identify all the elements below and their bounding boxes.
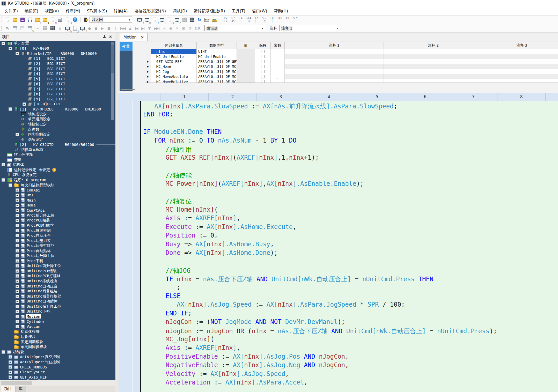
tree-item[interactable]: +UnitCmd自动压合 [0,284,115,289]
record-icon[interactable]: ● [86,25,92,32]
tree-item[interactable]: [8] BG1_EICT [0,91,115,97]
expand-array-icon[interactable]: ▶ [145,64,151,69]
comment-cell[interactable] [384,79,483,83]
tree-collapse-icon[interactable]: − [9,47,12,50]
tree-item[interactable]: +UnitCmd自动贴标 [0,299,115,304]
tree-item[interactable]: +Proc前升降工位 [0,213,115,218]
tree-item[interactable]: +UnitCmd前升降工位 [0,263,115,269]
constant-checkbox[interactable] [276,70,279,73]
scrollbar-thumb[interactable] [1,381,32,385]
menu-调试D[interactable]: 调试(D) [169,7,190,16]
simulator-icon[interactable] [181,16,188,23]
monitor-login-icon[interactable]: → [151,16,158,23]
tree-item[interactable]: +ActAirOper:真空控制 [0,354,115,360]
step-forward-icon[interactable]: ▶| [140,25,146,32]
tree-expand-icon[interactable]: + [16,310,19,313]
tree-item[interactable]: 软元件注释 [0,152,115,157]
tree-item[interactable]: +UnitCmd下料 [0,309,115,314]
tree-item[interactable]: [7] BG1_EICT [0,86,115,92]
variable-name-cell[interactable]: MC_MoveRelative [151,79,197,83]
tree-item[interactable]: −每次扫描执行型模块 [0,182,115,188]
jump-icon[interactable]: > [161,25,167,32]
tree-item[interactable]: +[10-0]DL-EP1 [0,102,115,107]
value-cell[interactable] [237,49,255,54]
ladder-key-SF4[interactable]: SF4⊥/ [245,17,253,23]
monitor-mini-icon[interactable]: ▣ [181,25,187,32]
comment-cell[interactable] [483,79,558,83]
pause-hand-icon[interactable]: ✳ [174,25,180,32]
variable-row[interactable]: MC_UnitEnableMC_UnitEnable [145,54,558,59]
tree-item[interactable]: 固定周期模块 [0,339,115,344]
variable-name-cell[interactable]: MC_Jog [151,69,197,74]
tree-item[interactable]: +ActCylOper:气缸控制 [0,359,115,365]
ladder-key-SF9[interactable]: SF9┄ [291,17,299,23]
hold-checkbox[interactable] [261,60,265,63]
toolbar-grip[interactable] [1,17,3,22]
tree-collapse-icon[interactable]: − [2,350,5,354]
tree-collapse-icon[interactable]: − [9,183,12,187]
tree-expand-icon[interactable]: + [9,371,12,374]
tree-item[interactable]: +Proc自动压合 [0,233,115,238]
hold-checkbox[interactable] [261,55,265,58]
comment-cell[interactable] [384,64,483,69]
tree-item[interactable]: [1] BG1_EICT [0,56,115,61]
hold-checkbox[interactable] [261,80,265,83]
tree-item[interactable]: 单元间同步模块 [0,344,115,350]
comment-select[interactable]: 注释 1▾ [279,25,340,31]
tree-expand-icon[interactable]: + [16,305,19,308]
comment-cell[interactable] [384,54,483,59]
row-selector[interactable] [145,49,151,54]
save-ladder-icon[interactable] [26,16,33,23]
column-header-数据类型[interactable]: 数据类型 [197,42,237,49]
tree-expand-icon[interactable]: + [16,254,19,257]
constant-checkbox[interactable] [276,50,279,53]
value-cell[interactable] [237,59,255,64]
tree-expand-icon[interactable]: + [16,259,19,263]
step-up-icon[interactable]: ▲ [127,25,133,32]
tree-item[interactable]: −单元配置 [0,41,115,46]
rewind-icon[interactable]: |◀◀ [119,25,127,32]
tree-item[interactable]: −程序: 0_program [0,177,115,183]
code-text-area[interactable]: AX[nInx].AsPara.SlowSpeed := AX[nAs.前升降流… [141,101,558,392]
tree-item[interactable]: +UnitCmdPCB打螺丝 [0,273,115,279]
tree-expand-icon[interactable]: + [16,229,19,232]
edit-ladder-icon[interactable]: ✎ [4,25,11,32]
tree-expand-icon[interactable]: + [16,234,19,237]
tree-item[interactable]: +Proc后盖组装 [0,238,115,243]
tree-item[interactable]: [2] BG1_EICT [0,61,115,66]
tree-expand-icon[interactable]: + [16,279,19,283]
tree-expand-icon[interactable]: + [16,300,19,303]
tree-item[interactable]: +ProcPCB组装 [0,218,115,223]
hold-checkbox[interactable] [261,75,265,78]
tree-expand-icon[interactable]: + [16,214,19,217]
tree-item[interactable]: +ComApi [0,188,115,193]
tree-expand-icon[interactable]: + [2,163,5,166]
print-preview-icon[interactable]: ○ [64,16,71,23]
expand-array-icon[interactable]: ▶ [145,59,151,64]
insert-row-icon[interactable] [11,25,18,32]
variable-name-cell[interactable]: MC_UnitEnable [151,54,197,59]
close-panel-icon[interactable]: × [109,35,112,39]
comment-cell[interactable] [483,49,558,54]
tree-item[interactable]: [2] KV-C32XTD R64000/R64200 ───────── [0,142,115,147]
edit-list-icon[interactable]: ✎ [26,25,33,32]
time-display-icon[interactable]: 2:0 [194,25,201,32]
step-back-icon[interactable]: |◀ [134,25,140,32]
tab-motion[interactable]: Motion × [120,33,148,41]
column-header-局部变量名[interactable]: 局部变量名 [151,42,197,49]
data-type-cell[interactable]: ARRAY[0..31] OF GET_A [197,59,237,64]
tree-item[interactable]: +Home [0,203,115,208]
tree-collapse-icon[interactable]: − [2,178,5,182]
menu-程序M[interactable]: 程序(M) [62,7,84,16]
tree-expand-icon[interactable]: + [9,355,12,359]
device-monitor-icon[interactable]: DEV [203,16,210,23]
tree-item[interactable]: 轴构成设定 [0,112,115,117]
comment-cell[interactable] [384,49,483,54]
data-type-cell[interactable]: UINT [197,49,237,54]
tree-expand-icon[interactable]: + [23,102,26,106]
delete-program-icon[interactable]: × [49,16,56,23]
tree-item[interactable]: +Proc排线检测 [0,228,115,233]
tree-item[interactable]: +结构体 [0,162,115,167]
step-down-icon[interactable]: ▼ [146,25,152,32]
variable-name-cell[interactable]: nInx [151,49,197,54]
